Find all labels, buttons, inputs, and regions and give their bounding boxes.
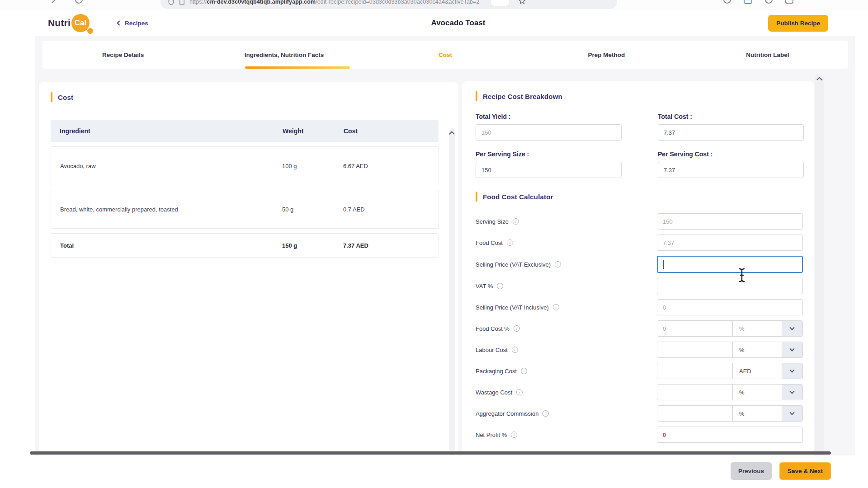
cost-panel: Cost Ingredient Weight Cost Avocado, raw… bbox=[39, 82, 458, 455]
back-to-recipes-link[interactable]: Recipes bbox=[118, 20, 148, 27]
unit-value: % bbox=[733, 385, 782, 400]
horizontal-scrollbar-thumb[interactable] bbox=[30, 451, 831, 455]
publish-recipe-button[interactable]: Publish Recipe bbox=[768, 15, 828, 32]
footer-bar: Previous Save & Next bbox=[0, 455, 868, 488]
field-total-cost: Total Cost : bbox=[658, 103, 804, 141]
unit-dropdown[interactable] bbox=[782, 342, 802, 357]
tab-bar: Recipe Details Ingredients, Nutrition Fa… bbox=[42, 41, 848, 69]
labour-cost-input[interactable] bbox=[657, 342, 733, 357]
wastage-cost-input[interactable] bbox=[657, 385, 733, 400]
tab-nutrition-label[interactable]: Nutrition Label bbox=[687, 41, 848, 69]
tab-cost[interactable]: Cost bbox=[365, 41, 526, 69]
unit-dropdown[interactable] bbox=[782, 363, 802, 379]
col-weight: Weight bbox=[271, 127, 344, 135]
per-serving-cost-input[interactable] bbox=[658, 162, 804, 178]
active-tab-indicator bbox=[245, 66, 350, 69]
unit-dropdown[interactable] bbox=[782, 321, 802, 336]
packaging-cost-input[interactable] bbox=[657, 363, 733, 379]
info-icon[interactable]: i bbox=[497, 283, 503, 289]
accent-bar bbox=[476, 91, 477, 101]
total-weight: 150 g bbox=[271, 242, 343, 249]
chevron-left-icon bbox=[117, 20, 122, 25]
info-icon[interactable]: i bbox=[512, 347, 518, 353]
selling-price-vat-exclusive-input[interactable] bbox=[657, 256, 803, 273]
app-header: Nutri Cal Recipes Avocado Toast Publish … bbox=[35, 10, 855, 36]
net-profit-percent-input[interactable] bbox=[657, 427, 803, 443]
info-icon[interactable]: i bbox=[507, 239, 513, 246]
browser-reload-icon[interactable] bbox=[75, 0, 83, 4]
unit-dropdown[interactable] bbox=[782, 406, 802, 421]
cost-table-scrollbar[interactable] bbox=[449, 128, 455, 451]
aggregator-commission-label: Aggregator Commission bbox=[476, 410, 538, 417]
calculator-rows: Serving Sizei Food Costi Selling Price (… bbox=[476, 213, 803, 443]
field-per-serving-size: Per Serving Size : bbox=[476, 141, 622, 178]
scroll-up-icon[interactable] bbox=[449, 131, 455, 137]
chevron-down-icon bbox=[789, 367, 794, 372]
info-icon[interactable]: i bbox=[514, 325, 520, 332]
chevron-down-icon bbox=[789, 389, 794, 394]
url-badge bbox=[491, 0, 509, 6]
browser-toolbar: https://cm-dev.d3c0vtqqb4tiqb.amplifyapp… bbox=[0, 0, 868, 10]
app-window: Nutri Cal Recipes Avocado Toast Publish … bbox=[35, 10, 855, 455]
browser-address-bar[interactable]: https://cm-dev.d3c0vtqqb4tiqb.amplifyapp… bbox=[160, 0, 617, 9]
info-icon[interactable]: i bbox=[511, 432, 517, 438]
vat-percent-label: VAT % bbox=[476, 283, 493, 290]
info-icon[interactable]: i bbox=[553, 304, 559, 310]
save-next-button[interactable]: Save & Next bbox=[779, 462, 831, 480]
row-selling-price-vat-exclusive: Selling Price (VAT Exclusive)i bbox=[476, 256, 803, 273]
info-icon[interactable]: i bbox=[516, 389, 523, 395]
total-cost: 7.37 AED bbox=[343, 242, 438, 249]
serving-size-input[interactable] bbox=[657, 213, 803, 230]
total-yield-input[interactable] bbox=[476, 124, 622, 141]
row-serving-size: Serving Sizei bbox=[476, 213, 803, 230]
aggregator-commission-control: % bbox=[657, 405, 803, 422]
previous-button[interactable]: Previous bbox=[731, 462, 772, 480]
tab-recipe-details[interactable]: Recipe Details bbox=[42, 41, 203, 69]
table-row[interactable]: Avocado, raw 100 g 6.67 AED bbox=[51, 146, 439, 185]
ingredient-cost-table: Ingredient Weight Cost Avocado, raw 100 … bbox=[51, 120, 439, 258]
mouse-ibeam-cursor bbox=[737, 267, 747, 285]
calculator-section-heading: Food Cost Calculator bbox=[476, 192, 803, 202]
food-cost-percent-input[interactable] bbox=[657, 321, 733, 336]
info-icon[interactable]: i bbox=[521, 368, 527, 374]
vat-percent-input[interactable] bbox=[657, 278, 803, 294]
info-icon[interactable]: i bbox=[542, 410, 549, 417]
row-net-profit-percent: Net Profit %i bbox=[476, 427, 803, 443]
per-serving-size-input[interactable] bbox=[476, 162, 622, 178]
ingredient-cost: 6.67 AED bbox=[343, 163, 438, 169]
selling-price-vat-inclusive-input[interactable] bbox=[657, 299, 803, 315]
site-security-icon[interactable] bbox=[168, 0, 175, 5]
table-row[interactable]: Bread, white, commercially prepared, toa… bbox=[51, 190, 439, 229]
ingredient-name: Avocado, raw bbox=[60, 163, 271, 169]
row-packaging-cost: Packaging Costi AED bbox=[476, 363, 803, 379]
url-text: https://cm-dev.d3c0vtqqb4tiqb.amplifyapp… bbox=[189, 0, 480, 5]
browser-menu-icon[interactable] bbox=[723, 0, 731, 4]
browser-profile-icon[interactable] bbox=[765, 0, 773, 4]
unit-value: AED bbox=[733, 363, 782, 379]
nutrical-logo[interactable]: Nutri Cal bbox=[48, 14, 90, 32]
logo-circle: Cal bbox=[71, 14, 90, 32]
aggregator-commission-input[interactable] bbox=[657, 406, 733, 421]
tab-ingredients-nutrition-facts[interactable]: Ingredients, Nutrition Facts bbox=[203, 41, 364, 69]
labour-cost-control: % bbox=[657, 342, 803, 358]
browser-window-icon[interactable] bbox=[785, 0, 793, 4]
unit-dropdown[interactable] bbox=[782, 385, 802, 400]
info-icon[interactable]: i bbox=[513, 218, 519, 225]
total-cost-input[interactable] bbox=[658, 124, 804, 141]
browser-extension-icon[interactable] bbox=[744, 0, 752, 4]
text-caret bbox=[663, 260, 664, 269]
page-info-icon[interactable] bbox=[179, 0, 185, 5]
wastage-cost-label: Wastage Cost bbox=[476, 389, 512, 396]
scroll-up-icon[interactable] bbox=[816, 77, 822, 83]
breakdown-fields: Total Yield : Total Cost : Per Serving S… bbox=[476, 103, 803, 178]
right-panel-scrollbar[interactable] bbox=[815, 74, 824, 455]
bookmark-star-icon[interactable] bbox=[519, 0, 526, 6]
tab-prep-method[interactable]: Prep Method bbox=[526, 41, 687, 69]
food-cost-input[interactable] bbox=[657, 235, 803, 251]
ingredient-weight: 100 g bbox=[271, 163, 343, 169]
ingredient-weight: 50 g bbox=[271, 206, 343, 213]
browser-forward-icon[interactable] bbox=[49, 0, 56, 3]
selling-price-vat-exclusive-label: Selling Price (VAT Exclusive) bbox=[476, 261, 551, 268]
accent-bar bbox=[51, 92, 52, 102]
info-icon[interactable]: i bbox=[555, 261, 561, 267]
